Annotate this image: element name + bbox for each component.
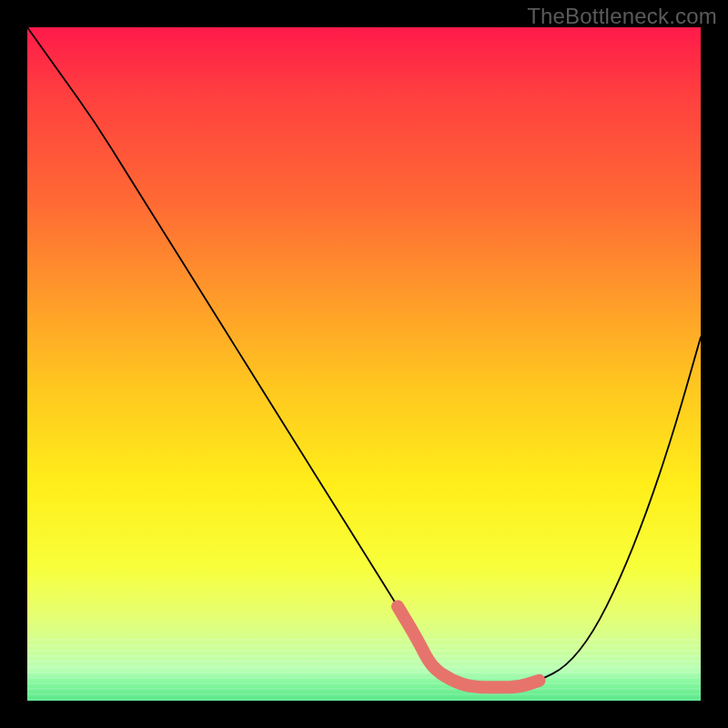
watermark-text: TheBottleneck.com	[527, 4, 717, 29]
bottleneck-curve	[27, 27, 701, 687]
highlight-segment	[398, 606, 539, 687]
plot-area	[27, 27, 701, 701]
chart-frame: TheBottleneck.com	[0, 0, 728, 728]
curve-svg	[27, 27, 701, 701]
